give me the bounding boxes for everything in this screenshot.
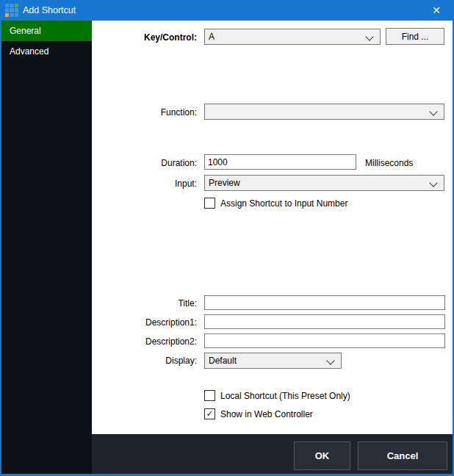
logo-square bbox=[10, 13, 13, 17]
cancel-button[interactable]: Cancel bbox=[358, 441, 447, 470]
checkbox-box[interactable] bbox=[204, 198, 215, 209]
local-shortcut-checkbox[interactable]: Local Shortcut (This Preset Only) bbox=[204, 390, 350, 401]
checkbox-label: Local Shortcut (This Preset Only) bbox=[220, 391, 350, 401]
key-control-dropdown[interactable]: A bbox=[204, 29, 381, 45]
checkbox-box[interactable]: ✓ bbox=[204, 408, 215, 419]
duration-input[interactable] bbox=[204, 154, 356, 170]
milliseconds-label: Milliseconds bbox=[365, 158, 413, 168]
logo-square-orange bbox=[5, 13, 9, 17]
logo-square bbox=[5, 8, 9, 12]
function-dropdown[interactable] bbox=[204, 104, 444, 120]
logo-square-green bbox=[15, 4, 18, 7]
chevron-down-icon bbox=[326, 356, 334, 364]
sidebar-item-advanced[interactable]: Advanced bbox=[1, 41, 92, 62]
input-label: Input: bbox=[88, 178, 197, 189]
close-icon[interactable]: ✕ bbox=[425, 0, 447, 21]
display-label: Display: bbox=[88, 356, 197, 366]
display-dropdown[interactable]: Default bbox=[204, 353, 342, 369]
description1-label: Description1: bbox=[88, 317, 197, 328]
app-logo-icon bbox=[5, 4, 18, 17]
logo-square bbox=[15, 8, 18, 12]
checkbox-label: Assign Shortcut to Input Number bbox=[220, 198, 347, 209]
key-control-value: A bbox=[209, 32, 215, 42]
description1-input[interactable] bbox=[204, 314, 445, 329]
duration-label: Duration: bbox=[88, 158, 197, 168]
logo-square bbox=[5, 4, 9, 7]
window-title: Add Shortcut bbox=[23, 0, 76, 21]
chevron-down-icon bbox=[429, 107, 437, 115]
display-value: Default bbox=[209, 356, 237, 366]
input-dropdown[interactable]: Preview bbox=[204, 175, 444, 191]
key-control-label: Key/Control: bbox=[88, 32, 197, 43]
find-button[interactable]: Find ... bbox=[386, 28, 444, 45]
input-value: Preview bbox=[209, 178, 240, 188]
titlebar: Add Shortcut ✕ bbox=[0, 0, 454, 21]
chevron-down-icon bbox=[429, 178, 437, 187]
logo-square bbox=[15, 13, 18, 17]
title-input[interactable] bbox=[204, 295, 445, 310]
content-panel bbox=[92, 21, 453, 434]
checkbox-box[interactable] bbox=[204, 390, 215, 401]
chevron-down-icon bbox=[365, 32, 373, 40]
description2-label: Description2: bbox=[88, 336, 197, 347]
checkbox-label: Show in Web Controller bbox=[220, 409, 313, 419]
ok-button[interactable]: OK bbox=[294, 441, 350, 470]
title-label: Title: bbox=[88, 298, 197, 309]
web-controller-checkbox[interactable]: ✓ Show in Web Controller bbox=[204, 408, 313, 419]
add-shortcut-dialog: Add Shortcut ✕ General Advanced Key/Cont… bbox=[0, 0, 454, 476]
assign-input-number-checkbox[interactable]: Assign Shortcut to Input Number bbox=[204, 198, 347, 209]
logo-square bbox=[10, 8, 13, 12]
logo-square bbox=[10, 4, 13, 7]
sidebar: General Advanced bbox=[1, 21, 92, 474]
function-label: Function: bbox=[88, 107, 197, 118]
sidebar-item-general[interactable]: General bbox=[1, 21, 92, 41]
description2-input[interactable] bbox=[204, 333, 445, 348]
